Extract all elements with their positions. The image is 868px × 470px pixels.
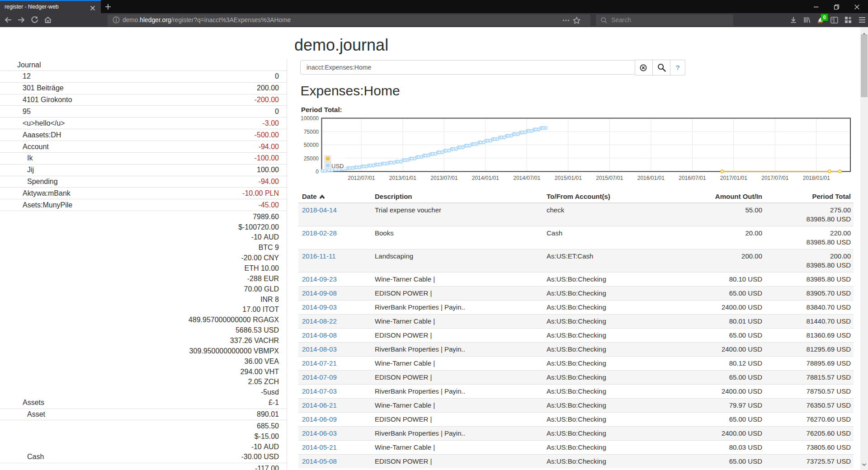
svg-text:2014/07/01: 2014/07/01 bbox=[513, 175, 540, 181]
svg-text:2017/01/01: 2017/01/01 bbox=[720, 175, 747, 181]
svg-text:2015/07/01: 2015/07/01 bbox=[596, 175, 623, 181]
svg-text:0: 0 bbox=[316, 169, 319, 175]
svg-text:2016/07/01: 2016/07/01 bbox=[679, 175, 706, 181]
svg-text:2012/07/01: 2012/07/01 bbox=[348, 175, 375, 181]
svg-text:2017/07/01: 2017/07/01 bbox=[761, 175, 788, 181]
svg-text:100000: 100000 bbox=[301, 115, 319, 122]
svg-text:75000: 75000 bbox=[304, 129, 319, 135]
svg-text:25000: 25000 bbox=[304, 155, 319, 162]
svg-text:2014/01/01: 2014/01/01 bbox=[472, 175, 499, 181]
svg-text:2018/01/01: 2018/01/01 bbox=[803, 175, 830, 181]
svg-text:2016/01/01: 2016/01/01 bbox=[637, 175, 665, 181]
svg-text:USD: USD bbox=[331, 163, 344, 169]
svg-text:2013/07/01: 2013/07/01 bbox=[430, 175, 458, 181]
svg-text:2015/01/01: 2015/01/01 bbox=[555, 175, 582, 181]
svg-text:2013/01/01: 2013/01/01 bbox=[389, 175, 416, 181]
svg-text:50000: 50000 bbox=[304, 142, 319, 148]
